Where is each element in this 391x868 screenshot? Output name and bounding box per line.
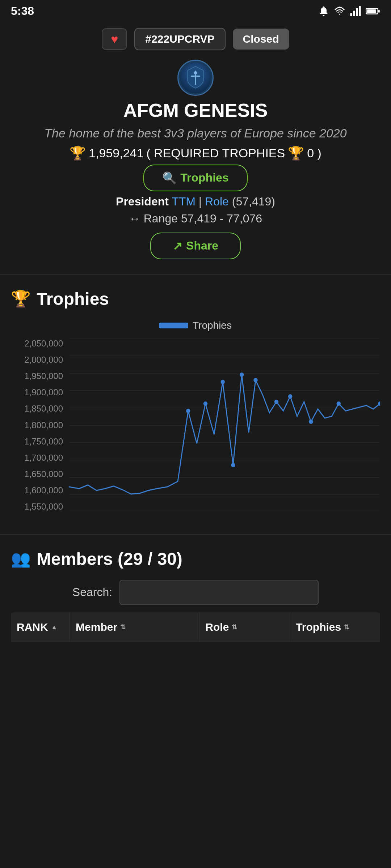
y-label-6: 1,800,000 <box>24 420 63 430</box>
members-title: 👥 Members (29 / 30) <box>11 549 380 569</box>
battery-icon <box>366 5 380 17</box>
status-bar: 5:38 <box>0 0 391 22</box>
header-bar: ♥ #222UPCRVP Closed <box>0 22 391 56</box>
y-label-11: 1,550,000 <box>24 502 63 512</box>
svg-point-24 <box>240 373 244 377</box>
members-section: 👥 Members (29 / 30) Search: RANK ▲ Membe… <box>0 542 391 649</box>
svg-point-22 <box>220 380 224 384</box>
y-label-8: 1,700,000 <box>24 453 63 463</box>
heart-icon: ♥ <box>111 32 118 46</box>
svg-rect-2 <box>356 8 358 16</box>
signal-icon <box>350 5 361 17</box>
club-tag: #222UPCRVP <box>134 28 225 50</box>
trophies-section-title: 🏆 Trophies <box>11 289 380 309</box>
president-name: TTM <box>172 195 196 208</box>
trophy-emoji-left: 🏆 <box>70 146 86 161</box>
chart-area: 2,050,000 2,000,000 1,950,000 1,900,000 … <box>11 339 380 512</box>
y-label-4: 1,900,000 <box>24 387 63 397</box>
required-trophies-value: 0 ) <box>307 146 321 160</box>
wifi-icon <box>334 5 345 17</box>
search-row: Search: <box>11 580 380 605</box>
th-rank[interactable]: RANK ▲ <box>11 612 70 642</box>
svg-point-20 <box>186 409 190 413</box>
chart-plot <box>69 339 380 512</box>
svg-point-29 <box>337 401 341 406</box>
trophy-emoji-right: 🏆 <box>288 146 304 161</box>
legend-line <box>159 323 188 328</box>
svg-point-8 <box>194 71 197 75</box>
svg-rect-6 <box>378 10 380 13</box>
members-icon: 👥 <box>11 549 31 568</box>
svg-point-28 <box>309 420 313 424</box>
svg-rect-3 <box>359 6 361 16</box>
share-button-label: Share <box>186 239 218 252</box>
chart-line <box>69 375 380 494</box>
range-info: ↔ Range 57,419 - 77,076 <box>129 212 262 225</box>
range-label: ↔ Range 57,419 - 77,076 <box>129 212 262 225</box>
club-logo-svg <box>179 61 212 94</box>
svg-rect-5 <box>367 9 376 13</box>
president-info: President TTM | Role (57,419) <box>116 195 275 208</box>
trophies-section-icon: 🏆 <box>11 289 31 308</box>
th-rank-label: RANK <box>17 621 48 633</box>
club-trophies-count: 1,959,241 <box>89 146 143 160</box>
share-icon: ↗ <box>173 239 182 253</box>
favorite-button[interactable]: ♥ <box>102 28 127 50</box>
th-role-label: Role <box>205 621 229 633</box>
y-label-2: 2,000,000 <box>24 355 63 365</box>
y-label-9: 1,650,000 <box>24 469 63 479</box>
search-input[interactable] <box>119 580 319 605</box>
table-header: RANK ▲ Member ⇅ Role ⇅ Trophies ⇅ <box>11 612 380 642</box>
search-label: Search: <box>72 586 112 599</box>
trophies-icon: 🔍 <box>162 171 177 185</box>
club-name: AFGM GENESIS <box>123 99 268 121</box>
y-label-10: 1,600,000 <box>24 485 63 495</box>
status-time: 5:38 <box>11 4 34 18</box>
y-label-1: 2,050,000 <box>24 339 63 349</box>
trophies-sort-arrows: ⇅ <box>344 624 349 630</box>
chart-svg <box>69 339 380 512</box>
svg-point-26 <box>274 400 278 404</box>
role-label: Role <box>205 195 229 208</box>
president-trophies: (57,419) <box>232 195 275 208</box>
legend-label: Trophies <box>193 320 232 331</box>
president-label: President <box>116 195 169 208</box>
svg-point-21 <box>203 401 207 406</box>
th-trophies[interactable]: Trophies ⇅ <box>290 612 380 642</box>
svg-point-25 <box>253 378 257 382</box>
y-label-5: 1,850,000 <box>24 404 63 414</box>
divider-1 <box>0 274 391 275</box>
divider-2 <box>0 534 391 535</box>
member-sort-arrows: ⇅ <box>120 624 126 630</box>
svg-rect-0 <box>350 13 352 16</box>
club-description: The home of the best 3v3 players of Euro… <box>30 125 361 142</box>
th-role[interactable]: Role ⇅ <box>199 612 290 642</box>
rank-sort-arrows: ▲ <box>51 624 58 630</box>
trophies-button[interactable]: 🔍 Trophies <box>143 165 247 191</box>
trophies-button-label: Trophies <box>180 171 228 184</box>
svg-point-27 <box>288 394 292 399</box>
trophies-section-label: Trophies <box>37 289 109 309</box>
club-info: AFGM GENESIS The home of the best 3v3 pl… <box>0 56 391 267</box>
svg-point-23 <box>231 463 235 467</box>
club-logo <box>177 60 214 96</box>
th-trophies-label: Trophies <box>296 621 341 633</box>
y-label-3: 1,950,000 <box>24 371 63 381</box>
role-sort-arrows: ⇅ <box>232 624 237 630</box>
chart-legend: Trophies <box>11 320 380 331</box>
svg-rect-1 <box>353 10 355 16</box>
status-badge: Closed <box>233 29 289 50</box>
members-title-label: Members (29 / 30) <box>37 549 182 569</box>
status-icons <box>318 5 380 17</box>
th-member[interactable]: Member ⇅ <box>70 612 199 642</box>
required-trophies-label: ( REQUIRED TROPHIES <box>146 146 285 160</box>
notification-icon <box>318 5 329 17</box>
trophies-section: 🏆 Trophies Trophies 2,050,000 2,000,000 … <box>0 282 391 527</box>
share-button[interactable]: ↗ Share <box>150 233 241 259</box>
y-label-7: 1,750,000 <box>24 437 63 447</box>
chart-container: Trophies 2,050,000 2,000,000 1,950,000 1… <box>11 316 380 519</box>
trophies-info-row: 🏆 1,959,241 ( REQUIRED TROPHIES 🏆 0 ) <box>70 146 321 161</box>
y-axis: 2,050,000 2,000,000 1,950,000 1,900,000 … <box>11 339 69 512</box>
th-member-label: Member <box>76 621 117 633</box>
